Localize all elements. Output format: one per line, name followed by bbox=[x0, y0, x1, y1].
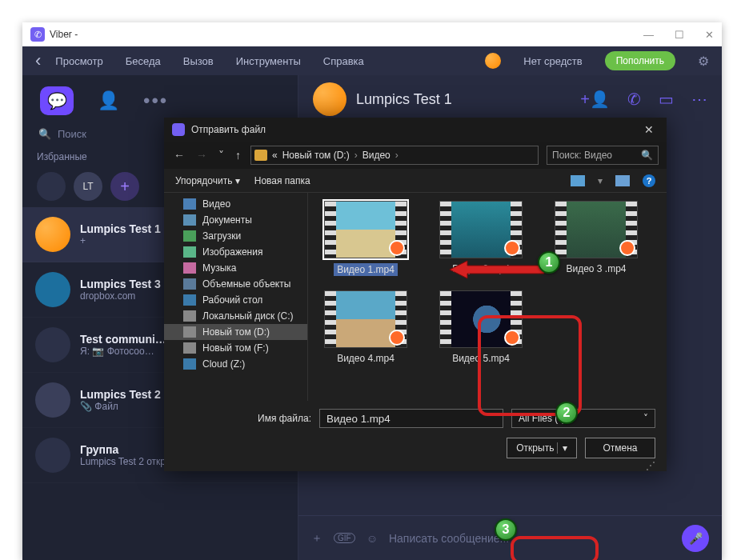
folder-icon bbox=[254, 150, 267, 161]
filename-input[interactable] bbox=[319, 409, 503, 428]
chevron-down-icon: ˅ bbox=[643, 413, 648, 424]
search-input[interactable]: Поиск bbox=[58, 128, 86, 140]
file-item[interactable]: Видео 5.mp4 bbox=[435, 290, 527, 364]
folder-type-icon bbox=[183, 342, 196, 354]
view-mode-button[interactable] bbox=[571, 175, 585, 186]
folder-type-icon bbox=[183, 358, 196, 370]
file-item[interactable]: Видео 4.mp4 bbox=[319, 290, 412, 364]
viber-logo-icon: ✆ bbox=[30, 27, 45, 42]
file-grid: Видео 1.mp4Видео 2.mp4Видео 3 .mp4Видео … bbox=[308, 193, 667, 401]
menu-view[interactable]: Просмотр bbox=[55, 55, 102, 67]
menu-call[interactable]: Вызов bbox=[183, 55, 214, 67]
tree-item[interactable]: Новый том (D:) bbox=[164, 324, 307, 340]
annotation-arrow-icon bbox=[450, 259, 546, 280]
tree-item[interactable]: Изображения bbox=[164, 244, 307, 260]
balance-label: Нет средств bbox=[523, 55, 582, 67]
more-tab-icon[interactable]: ••• bbox=[143, 90, 168, 112]
chevron-down-icon: ▾ bbox=[557, 442, 567, 454]
player-badge-icon bbox=[619, 240, 635, 256]
voice-call-icon[interactable]: ✆ bbox=[627, 90, 641, 109]
chevron-down-icon[interactable]: ▾ bbox=[598, 175, 603, 186]
avatar bbox=[35, 327, 70, 362]
breadcrumb-bar[interactable]: « Новый том (D:) › Видео › bbox=[250, 146, 539, 165]
minimize-button[interactable]: — bbox=[643, 29, 654, 41]
close-window-button[interactable]: ✕ bbox=[705, 29, 714, 41]
add-contact-icon[interactable]: +👤 bbox=[580, 90, 610, 109]
player-badge-icon bbox=[389, 330, 405, 346]
tree-item[interactable]: Локальный диск (C:) bbox=[164, 308, 307, 324]
avatar bbox=[35, 272, 70, 307]
tree-item[interactable]: Видео bbox=[164, 196, 307, 212]
favorite-avatar[interactable]: LT bbox=[74, 172, 102, 201]
favorite-avatar[interactable] bbox=[37, 172, 66, 201]
tree-item[interactable]: Новый том (F:) bbox=[164, 340, 307, 356]
tree-item[interactable]: Загрузки bbox=[164, 228, 307, 244]
tree-item[interactable]: Документы bbox=[164, 212, 307, 228]
folder-type-icon bbox=[183, 198, 196, 210]
annotation-callout-2: 2 bbox=[555, 402, 578, 424]
tree-item-label: Музыка bbox=[202, 262, 236, 274]
topup-button[interactable]: Пополнить bbox=[605, 51, 675, 70]
file-thumbnail bbox=[324, 201, 407, 258]
tree-item-label: Локальный диск (C:) bbox=[202, 310, 294, 322]
organize-menu[interactable]: Упорядочить ▾ bbox=[175, 175, 240, 186]
menubar: ‹ Просмотр Беседа Вызов Инструменты Спра… bbox=[22, 46, 722, 75]
dialog-search-input[interactable]: Поиск: Видео 🔍 bbox=[547, 146, 659, 165]
tree-item-label: Новый том (F:) bbox=[202, 342, 269, 354]
tree-item-label: Объемные объекты bbox=[202, 278, 290, 290]
dialog-close-button[interactable]: ✕ bbox=[639, 123, 659, 136]
breadcrumb-drive[interactable]: Новый том (D:) bbox=[282, 150, 350, 161]
emoji-icon[interactable]: ☺ bbox=[366, 532, 378, 545]
folder-type-icon bbox=[183, 278, 196, 290]
file-thumbnail bbox=[439, 290, 523, 348]
search-placeholder: Поиск: Видео bbox=[552, 150, 612, 161]
help-button[interactable]: ? bbox=[643, 174, 655, 187]
tree-item[interactable]: Объемные объекты bbox=[164, 276, 307, 292]
open-button[interactable]: Открыть ▾ bbox=[507, 438, 577, 458]
tree-item[interactable]: Рабочий стол bbox=[164, 292, 307, 308]
add-favorite-button[interactable]: + bbox=[110, 172, 139, 201]
menu-chat[interactable]: Беседа bbox=[126, 55, 161, 67]
maximize-button[interactable]: ☐ bbox=[675, 29, 684, 41]
tree-item-label: Изображения bbox=[202, 246, 262, 258]
settings-icon[interactable]: ⚙ bbox=[698, 54, 709, 69]
file-thumbnail bbox=[324, 290, 407, 348]
video-call-icon[interactable]: ▭ bbox=[659, 90, 674, 109]
new-folder-button[interactable]: Новая папка bbox=[254, 175, 310, 186]
composer-input[interactable]: Написать сообщение... bbox=[389, 532, 671, 545]
menu-tools[interactable]: Инструменты bbox=[236, 55, 301, 67]
resize-grip-icon[interactable]: ⋰ bbox=[175, 460, 655, 471]
chats-tab-icon[interactable]: 💬 bbox=[40, 86, 74, 115]
tree-item-label: Новый том (D:) bbox=[202, 326, 270, 338]
chat-more-icon[interactable]: ⋯ bbox=[691, 90, 707, 109]
nav-back-button[interactable]: ← bbox=[172, 147, 186, 163]
file-name: Видео 1.mp4 bbox=[334, 263, 398, 276]
file-item[interactable]: Видео 1.mp4 bbox=[319, 201, 412, 276]
avatar bbox=[35, 382, 70, 418]
file-item[interactable]: Видео 3 .mp4 bbox=[550, 201, 643, 276]
nav-back-icon[interactable]: ‹ bbox=[35, 50, 41, 71]
tree-item-label: Загрузки bbox=[202, 230, 241, 242]
file-filter-select[interactable]: All Files (*)˅ bbox=[511, 409, 655, 428]
nav-recent-button[interactable]: ˅ bbox=[217, 147, 226, 163]
gif-icon[interactable]: GIF bbox=[334, 533, 355, 543]
player-badge-icon bbox=[504, 330, 520, 346]
cancel-button[interactable]: Отмена bbox=[585, 438, 655, 458]
menu-help[interactable]: Справка bbox=[323, 55, 364, 67]
folder-type-icon bbox=[183, 246, 196, 258]
folder-type-icon bbox=[183, 294, 196, 306]
breadcrumb-folder[interactable]: Видео bbox=[362, 150, 391, 161]
annotation-callout-1: 1 bbox=[538, 251, 560, 274]
folder-type-icon bbox=[183, 326, 196, 338]
balance-icon bbox=[485, 53, 501, 69]
nav-forward-button[interactable]: → bbox=[194, 147, 209, 163]
tree-item[interactable]: Музыка bbox=[164, 260, 307, 276]
dialog-toolbar: Упорядочить ▾ Новая папка ▾ ? bbox=[164, 169, 667, 193]
contacts-tab-icon[interactable]: 👤 bbox=[98, 90, 119, 111]
nav-up-button[interactable]: ↑ bbox=[234, 147, 242, 163]
tree-item[interactable]: Cloud (Z:) bbox=[164, 356, 307, 372]
breadcrumb-sep-icon: › bbox=[395, 150, 399, 161]
add-attachment-icon[interactable]: ＋ bbox=[311, 531, 322, 546]
voice-message-button[interactable]: 🎤 bbox=[682, 525, 709, 552]
preview-pane-button[interactable] bbox=[615, 175, 630, 186]
